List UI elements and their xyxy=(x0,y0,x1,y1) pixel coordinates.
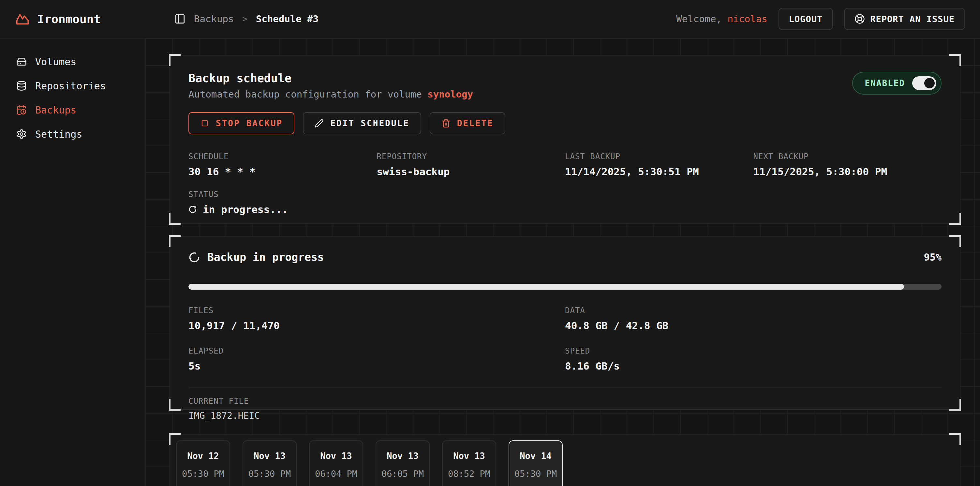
field-value: 30 16 * * * xyxy=(188,166,377,177)
breadcrumb: Backups > Schedule #3 xyxy=(174,13,318,24)
history-time: 05:30 PM xyxy=(177,469,229,479)
welcome-prefix: Welcome, xyxy=(676,13,727,24)
corner-bracket xyxy=(169,399,181,411)
history-item[interactable]: Nov 13 06:04 PM 92.2 GB xyxy=(309,440,363,486)
backup-schedule-card: Backup schedule Automated backup configu… xyxy=(170,55,961,224)
history-time: 08:52 PM xyxy=(443,469,496,479)
welcome-text: Welcome, nicolas xyxy=(676,13,767,24)
schedule-fields: SCHEDULE 30 16 * * * REPOSITORY swiss-ba… xyxy=(188,152,942,177)
stat-label: ELAPSED xyxy=(188,346,565,355)
report-issue-label: REPORT AN ISSUE xyxy=(870,14,955,24)
sidebar-item-label: Backups xyxy=(35,104,76,116)
field-label: LAST BACKUP xyxy=(565,152,753,161)
field-label: REPOSITORY xyxy=(377,152,565,161)
panel-left-icon[interactable] xyxy=(174,13,186,24)
progress-percent: 95% xyxy=(924,252,942,263)
breadcrumb-current: Schedule #3 xyxy=(256,13,318,24)
schedule-heading: Backup schedule Automated backup configu… xyxy=(188,72,473,100)
field-value: 11/14/2025, 5:30:51 PM xyxy=(565,166,753,177)
stat-value: 10,917 / 11,470 xyxy=(188,320,565,331)
delete-label: DELETE xyxy=(457,118,493,128)
history-item[interactable]: Nov 13 05:30 PM 92.2 GB xyxy=(243,440,297,486)
sidebar-item-backups[interactable]: Backups xyxy=(0,98,145,122)
history-date: Nov 13 xyxy=(310,451,363,461)
history-item[interactable]: Nov 12 05:30 PM 92.2 GB xyxy=(176,440,230,486)
spinner-icon xyxy=(188,205,197,214)
history-time: 05:30 PM xyxy=(243,469,296,479)
backup-progress-card: Backup in progress 95% FILES 10,917 / 11… xyxy=(170,236,961,410)
history-item[interactable]: Nov 13 08:52 PM 92.2 GB xyxy=(442,440,496,486)
progress-title: Backup in progress xyxy=(207,251,324,263)
history-date: Nov 13 xyxy=(443,451,496,461)
edit-schedule-button[interactable]: EDIT SCHEDULE xyxy=(303,112,421,134)
enabled-toggle[interactable]: ENABLED xyxy=(852,72,942,95)
history-time: 06:04 PM xyxy=(310,469,363,479)
stat-value: 5s xyxy=(188,360,565,372)
enabled-label: ENABLED xyxy=(865,78,905,88)
history-date: Nov 13 xyxy=(376,451,429,461)
stat-speed: SPEED 8.16 GB/s xyxy=(565,346,942,372)
delete-button[interactable]: DELETE xyxy=(430,112,505,134)
loader-spinner-icon xyxy=(188,252,200,263)
report-issue-button[interactable]: REPORT AN ISSUE xyxy=(844,8,965,30)
history-date: Nov 13 xyxy=(243,451,296,461)
current-file-block: CURRENT FILE IMG_1872.HEIC xyxy=(188,397,942,421)
corner-bracket xyxy=(169,213,181,225)
gear-icon xyxy=(16,129,27,139)
field-value: 11/15/2025, 5:30:00 PM xyxy=(753,166,942,177)
corner-bracket xyxy=(949,54,961,66)
card-title: Backup schedule xyxy=(188,72,473,85)
sidebar-item-volumes[interactable]: Volumes xyxy=(0,49,145,74)
sidebar-item-settings[interactable]: Settings xyxy=(0,122,145,146)
subtitle-prefix: Automated backup configuration for volum… xyxy=(188,89,427,100)
mountain-logo-icon xyxy=(15,11,30,26)
history-item[interactable]: Nov 13 06:05 PM 92.2 GB xyxy=(375,440,430,486)
stat-value: 40.8 GB / 42.8 GB xyxy=(565,320,942,331)
edit-schedule-label: EDIT SCHEDULE xyxy=(330,118,409,128)
calendar-clock-icon xyxy=(16,105,27,115)
history-time: 05:30 PM xyxy=(509,469,562,479)
status-block: STATUS in progress... xyxy=(188,190,942,215)
status-label: STATUS xyxy=(188,190,942,199)
sidebar-item-label: Repositories xyxy=(35,80,106,92)
stat-label: SPEED xyxy=(565,346,942,355)
stat-elapsed: ELAPSED 5s xyxy=(188,346,565,372)
topbar: Ironmount Backups > Schedule #3 Welcome,… xyxy=(0,0,980,38)
main-content: Backup schedule Automated backup configu… xyxy=(145,38,980,486)
toggle-switch[interactable] xyxy=(912,76,936,90)
lifebuoy-icon xyxy=(854,14,865,24)
field-next-backup: NEXT BACKUP 11/15/2025, 5:30:00 PM xyxy=(753,152,942,177)
stop-backup-label: STOP BACKUP xyxy=(216,118,283,128)
corner-bracket xyxy=(169,54,181,66)
stat-value: 8.16 GB/s xyxy=(565,360,942,372)
breadcrumb-separator: > xyxy=(242,14,247,24)
topbar-right: Welcome, nicolas LOGOUT REPORT AN ISSUE xyxy=(676,8,965,30)
hard-drive-icon xyxy=(16,56,27,67)
field-value: swiss-backup xyxy=(377,166,565,177)
divider xyxy=(188,387,942,387)
stop-backup-button[interactable]: STOP BACKUP xyxy=(188,112,294,134)
history-date: Nov 12 xyxy=(177,451,229,461)
field-repository: REPOSITORY swiss-backup xyxy=(377,152,565,177)
current-file-label: CURRENT FILE xyxy=(188,397,942,406)
pencil-icon xyxy=(315,119,324,128)
breadcrumb-backups-link[interactable]: Backups xyxy=(194,13,234,24)
field-label: SCHEDULE xyxy=(188,152,377,161)
history-list: Nov 12 05:30 PM 92.2 GB Nov 13 05:30 PM … xyxy=(176,440,954,486)
trash-icon xyxy=(441,119,450,128)
current-file-value: IMG_1872.HEIC xyxy=(188,410,942,421)
history-item-selected[interactable]: Nov 14 05:30 PM 92.2 GB xyxy=(509,440,563,486)
sidebar-item-label: Settings xyxy=(35,129,83,140)
stat-data: DATA 40.8 GB / 42.8 GB xyxy=(565,306,942,331)
stop-icon xyxy=(200,119,209,128)
field-label: NEXT BACKUP xyxy=(753,152,942,161)
sidebar: Volumes Repositories Backups xyxy=(0,38,145,486)
logout-button[interactable]: LOGOUT xyxy=(778,8,833,30)
corner-bracket xyxy=(949,213,961,225)
progress-bar xyxy=(188,284,942,290)
card-subtitle: Automated backup configuration for volum… xyxy=(188,89,473,100)
stat-files: FILES 10,917 / 11,470 xyxy=(188,306,565,331)
progress-fill xyxy=(188,284,904,290)
sidebar-item-repositories[interactable]: Repositories xyxy=(0,74,145,98)
volume-name: synology xyxy=(427,89,473,100)
